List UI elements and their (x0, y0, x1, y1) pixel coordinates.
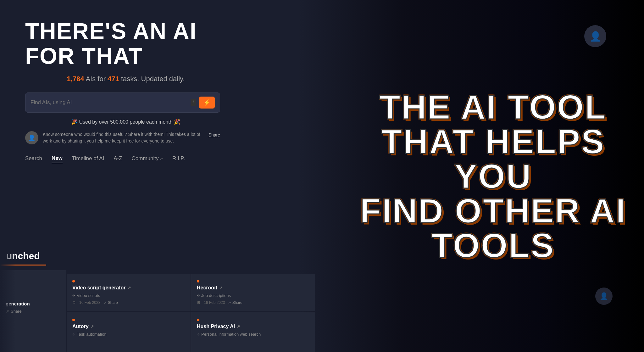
overlay-line1: THE AI TOOL (352, 90, 635, 124)
bolt-icon: ⚡ (203, 99, 210, 106)
main-title: THERE'S AN AI FOR THAT (25, 19, 226, 69)
calendar-icon-2: 🗓 (197, 300, 201, 305)
share-section: 👤 Know someone who would find this usefu… (25, 131, 220, 144)
user-avatar-top: 👤 (584, 25, 606, 47)
share-message-text: Know someone who would find this useful?… (43, 131, 204, 144)
card-title-1[interactable]: Video script generator ↗ (72, 285, 185, 291)
used-by-text: 🎉 Used by over 500,000 people each month… (25, 119, 226, 125)
card-recrooit: Recrooit ↗ ⊹ Job descriptions 🗓 16 Feb 2… (191, 274, 315, 311)
card-title-2[interactable]: Recrooit ↗ (197, 285, 309, 291)
search-input[interactable] (31, 99, 191, 106)
user-avatar-bottom: 👤 (595, 288, 613, 305)
external-icon-4: ↗ (237, 324, 240, 329)
card-video-script: Video script generator ↗ ⊹ Video scripts… (67, 274, 191, 311)
overlay-line2: THAT HELPS YOU (352, 124, 635, 193)
card-autory: Autory ↗ ⊹ Task automation (67, 312, 191, 352)
card-title-3[interactable]: Autory ↗ (72, 324, 185, 329)
ai-count: 1,784 (67, 75, 84, 83)
tab-az[interactable]: A-Z (114, 154, 122, 163)
card-tag-4 (197, 319, 309, 321)
share-arrow-1: ↗ (103, 300, 107, 305)
author-avatar: 👤 (25, 131, 38, 144)
search-bar: / ⚡ (25, 92, 220, 113)
tab-timeline[interactable]: Timeline of AI (72, 154, 104, 163)
card-title-4[interactable]: Hush Privacy AI ↗ (197, 324, 309, 329)
overlay-line4: TOOLS (352, 228, 635, 263)
big-overlay-text: THE AI TOOL THAT HELPS YOU FIND OTHER AI… (352, 90, 635, 263)
tab-new[interactable]: New (52, 154, 63, 163)
overlay-line3: FIND OTHER AI (352, 193, 635, 228)
tab-rip[interactable]: R.I.P. (172, 154, 185, 163)
main-content: THERE'S AN AI FOR THAT 1,784 AIs for 471… (0, 0, 252, 188)
card-hush: Hush Privacy AI ↗ ⊹ Personal information… (191, 312, 315, 352)
calendar-icon-1: 🗓 (72, 300, 76, 305)
tab-search[interactable]: Search (25, 154, 42, 163)
card-category-3: ⊹ Task automation (72, 332, 185, 337)
tab-community[interactable]: Community (132, 154, 163, 163)
share-btn-2[interactable]: ↗ Share (228, 300, 242, 305)
share-link[interactable]: Share (208, 132, 220, 137)
card-category-2: ⊹ Job descriptions (197, 293, 309, 298)
card-meta-2: 🗓 16 Feb 2023 ↗ Share (197, 300, 309, 305)
stats-subtitle: 1,784 AIs for 471 tasks. Updated daily. (25, 75, 226, 83)
external-icon-1: ↗ (128, 286, 131, 290)
external-icon-3: ↗ (91, 324, 94, 329)
share-btn-1[interactable]: ↗ Share (103, 300, 118, 305)
card-meta-1: 🗓 16 Feb 2023 ↗ Share (72, 300, 185, 305)
card-category-1: ⊹ Video scripts (72, 293, 185, 298)
card-tag-2 (197, 280, 309, 282)
share-arrow-2: ↗ (228, 300, 231, 305)
card-tag-3 (72, 319, 185, 321)
navigation-tabs: Search New Timeline of AI A-Z Community … (25, 154, 220, 163)
card-tag-1 (72, 280, 185, 282)
task-count: 471 (108, 75, 119, 83)
card-category-4: ⊹ Personal information web search (197, 332, 309, 337)
search-slash-icon: / (191, 99, 196, 106)
search-submit-button[interactable]: ⚡ (199, 97, 215, 109)
external-icon-2: ↗ (219, 286, 222, 290)
